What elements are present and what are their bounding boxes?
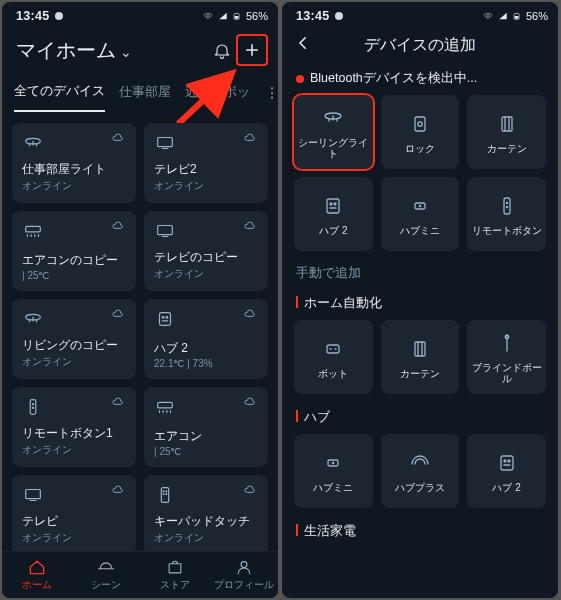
more-vert-icon [264,85,278,101]
device-tile[interactable]: リモートボタン [467,177,546,251]
device-card[interactable]: 仕事部屋ライト オンライン [12,123,136,203]
bottom-nav: ホーム シーン ストア プロフィール [2,551,278,598]
more-button[interactable] [264,85,278,104]
remote-icon [495,193,519,219]
tab-room-1[interactable]: 仕事部屋 [119,77,171,111]
plus-icon [243,41,261,59]
battery-text: 56% [246,10,268,22]
device-name: リモートボタン1 [22,427,126,441]
page-title: デバイスの追加 [318,35,522,56]
device-list[interactable]: 仕事部屋ライト オンライン テレビ2 オンライン エアコンのコピー | 25℃ … [2,113,278,551]
manual-section-label: 手動で追加 [282,251,558,288]
svg-point-24 [271,91,273,93]
nav-store[interactable]: ストア [140,556,209,592]
device-status: オンライン [22,443,126,457]
device-name: リビングのコピー [22,339,126,353]
home-header: マイホーム⌄ [2,28,278,76]
cloud-icon [242,307,258,327]
room-tabs: 全てのデバイス 仕事部屋 近くのボッ [2,76,278,113]
device-tile[interactable]: シーリングライト [294,95,373,169]
hub2-icon [321,193,345,219]
hubmini-icon [321,450,345,476]
device-card[interactable]: テレビのコピー オンライン [144,211,268,291]
tile-label: ハブプラス [391,482,449,493]
device-card[interactable]: キーパッドタッチ オンライン [144,475,268,551]
profile-icon [234,557,254,577]
tile-label: ボット [314,368,352,379]
bot-icon [321,336,345,362]
nav-home[interactable]: ホーム [2,556,71,592]
cloud-icon [110,395,126,415]
hubmini-icon [408,193,432,219]
status-icons: 56% [202,10,268,22]
device-card[interactable]: テレビ2 オンライン [144,123,268,203]
status-dot-icon [335,12,343,20]
status-time: 13:45 [16,9,49,23]
tab-nearby[interactable]: 近くのボッ [185,77,250,111]
tab-all-devices[interactable]: 全てのデバイス [14,76,105,112]
tile-label: リモートボタン [468,225,546,236]
home-title[interactable]: マイホーム⌄ [16,37,132,64]
device-name: エアコン [154,430,258,444]
chevron-down-icon: ⌄ [120,44,132,60]
ac-icon [154,396,176,422]
add-device-main[interactable]: Bluetoothデバイスを検出中... シーリングライト ロック カーテン ハ… [282,66,558,598]
device-name: エアコンのコピー [22,254,126,268]
add-device-button[interactable] [236,34,268,66]
device-tile[interactable]: ブラインドポール [467,320,546,394]
device-card[interactable]: エアコン | 25℃ [144,387,268,467]
ceilinglight-icon [22,132,44,158]
ac-icon [22,220,44,246]
device-tile[interactable]: ハブ 2 [294,177,373,251]
device-tile[interactable]: ボット [294,320,373,394]
back-button[interactable] [294,34,318,56]
device-tile[interactable]: ハブプラス [381,434,460,508]
phone-left: 13:45 56% マイホーム⌄ 全てのデバイス 仕事部屋 近くのボッ [2,2,278,598]
blindpole-icon [495,330,519,356]
nav-profile[interactable]: プロフィール [209,556,278,592]
device-status: オンライン [22,179,126,193]
device-status: オンライン [154,179,258,193]
device-status: オンライン [22,531,126,545]
store-icon [165,557,185,577]
hub-grid: ハブミニ ハブプラス ハブ 2 [282,434,558,508]
device-name: キーパッドタッチ [154,515,258,529]
home-automation-grid: ボット カーテン ブラインドポール [282,320,558,394]
device-card[interactable]: ハブ 2 22.1℃ | 73% [144,299,268,379]
device-name: テレビのコピー [154,251,258,265]
curtain-icon [408,336,432,362]
device-tile[interactable]: ハブミニ [294,434,373,508]
curtain-icon [495,111,519,137]
bell-button[interactable] [208,36,236,64]
device-card[interactable]: リビングのコピー オンライン [12,299,136,379]
device-tile[interactable]: ハブミニ [381,177,460,251]
svg-rect-28 [515,16,519,19]
device-card[interactable]: リモートボタン1 オンライン [12,387,136,467]
svg-point-25 [271,96,273,98]
status-bar: 13:45 56% [2,2,278,28]
tv-icon [154,220,176,246]
tile-label: ブラインドポール [467,362,546,384]
svg-rect-22 [235,16,239,19]
device-tile[interactable]: ロック [381,95,460,169]
tile-label: ハブ 2 [315,225,351,236]
device-tile[interactable]: ハブ 2 [467,434,546,508]
tile-label: ロック [401,143,439,154]
device-card[interactable]: エアコンのコピー | 25℃ [12,211,136,291]
cloud-icon [242,131,258,151]
status-dot-icon [55,12,63,20]
device-name: 仕事部屋ライト [22,163,126,177]
cloud-icon [110,219,126,239]
category-home-automation: ホーム自動化 [282,288,558,320]
device-tile[interactable]: カーテン [467,95,546,169]
device-tile[interactable]: カーテン [381,320,460,394]
svg-point-26 [241,562,247,568]
add-device-header: デバイスの追加 [282,28,558,66]
scanning-dot-icon [296,75,304,83]
tv-icon [22,484,44,510]
cloud-icon [242,395,258,415]
status-time: 13:45 [296,9,329,23]
device-card[interactable]: テレビ オンライン [12,475,136,551]
category-appliance: 生活家電 [282,516,558,548]
nav-scene[interactable]: シーン [71,556,140,592]
